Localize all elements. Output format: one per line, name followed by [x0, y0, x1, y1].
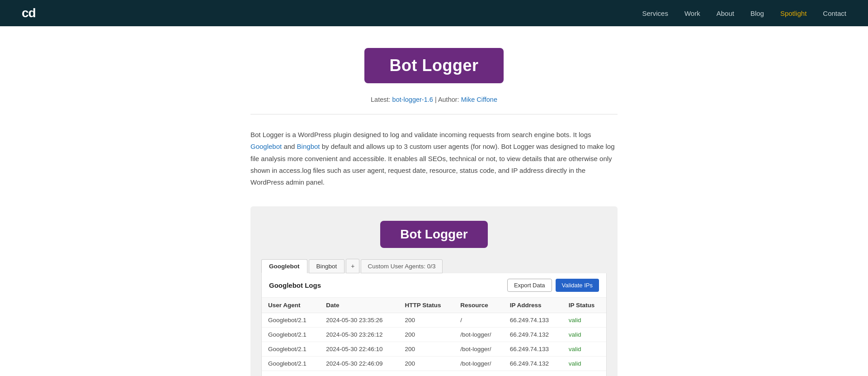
cell-date: 2024-05-30 22:46:10: [320, 342, 398, 357]
hero-badge: Bot Logger: [364, 48, 504, 83]
cell-date: 2024-05-30 22:37:17: [320, 371, 398, 376]
cell-resource: /bot-logger/: [454, 328, 503, 342]
nav-contact[interactable]: Contact: [823, 10, 846, 17]
plugin-preview: Bot Logger Googlebot Bingbot + Custom Us…: [250, 206, 618, 376]
col-ip-status: IP Status: [562, 298, 606, 313]
nav-work[interactable]: Work: [684, 10, 700, 17]
cell-resource: /bot-logger/: [454, 357, 503, 371]
export-button[interactable]: Export Data: [507, 279, 552, 292]
cell-ip-status: valid: [562, 328, 606, 342]
meta-line: Latest: bot-logger-1.6 | Author: Mike Ci…: [250, 96, 618, 103]
table-head: User Agent Date HTTP Status Resource IP …: [262, 298, 606, 313]
table-actions: Export Data Validate IPs: [507, 279, 599, 292]
cell-ip-address: 66.249.74.132: [504, 328, 562, 342]
nav-links: Services Work About Blog Spotlight Conta…: [642, 10, 846, 17]
googlebot-link[interactable]: Googlebot: [250, 143, 282, 150]
preview-badge: Bot Logger: [380, 221, 487, 248]
cell-ip-address: 66.249.74.133: [504, 342, 562, 357]
cell-date: 2024-05-30 23:35:26: [320, 313, 398, 328]
nav-spotlight[interactable]: Spotlight: [780, 10, 807, 17]
logs-table: User Agent Date HTTP Status Resource IP …: [262, 298, 606, 376]
divider: [250, 114, 618, 114]
col-http-status: HTTP Status: [399, 298, 454, 313]
table-body: Googlebot/2.1 2024-05-30 23:35:26 200 / …: [262, 313, 606, 376]
main-content: Bot Logger Latest: bot-logger-1.6 | Auth…: [240, 26, 628, 376]
col-ip-address: IP Address: [504, 298, 562, 313]
hero-badge-container: Bot Logger: [250, 48, 618, 83]
meta-latest-label: Latest:: [371, 96, 391, 103]
tab-add[interactable]: +: [346, 259, 359, 273]
table-title: Googlebot Logs: [269, 281, 321, 289]
table-row: Googlebot/2.1 2024-05-30 23:35:26 200 / …: [262, 313, 606, 328]
nav-logo[interactable]: cd: [22, 6, 36, 20]
cell-ip-status: valid: [562, 357, 606, 371]
table-header: Googlebot Logs Export Data Validate IPs: [262, 273, 606, 298]
cell-resource: /: [454, 371, 503, 376]
cell-ip-address: 66.249.74.133: [504, 313, 562, 328]
cell-date: 2024-05-30 23:26:12: [320, 328, 398, 342]
cell-user-agent: Googlebot/2.1: [262, 342, 320, 357]
cell-ip-status: valid: [562, 371, 606, 376]
meta-author-label: Author:: [438, 96, 459, 103]
cell-ip-address: 66.249.74.132: [504, 357, 562, 371]
nav-services[interactable]: Services: [642, 10, 668, 17]
tab-custom-agents[interactable]: Custom User Agents: 0/3: [361, 259, 442, 273]
cell-date: 2024-05-30 22:46:09: [320, 357, 398, 371]
validate-button[interactable]: Validate IPs: [556, 279, 599, 292]
cell-resource: /: [454, 313, 503, 328]
meta-version-link[interactable]: bot-logger-1.6: [392, 96, 433, 103]
cell-resource: /bot-logger/: [454, 342, 503, 357]
nav-blog[interactable]: Blog: [750, 10, 764, 17]
table-row: Googlebot/2.1 2024-05-30 23:26:12 200 /b…: [262, 328, 606, 342]
cell-ip-status: valid: [562, 313, 606, 328]
tab-googlebot[interactable]: Googlebot: [261, 259, 307, 273]
meta-author-link[interactable]: Mike Ciffone: [461, 96, 497, 103]
bingbot-link[interactable]: Bingbot: [297, 143, 320, 150]
preview-badge-container: Bot Logger: [261, 221, 607, 248]
meta-separator: |: [435, 96, 438, 103]
tab-bingbot[interactable]: Bingbot: [309, 259, 345, 273]
table-area: Googlebot Logs Export Data Validate IPs …: [261, 273, 607, 376]
cell-user-agent: Googlebot/2.1: [262, 313, 320, 328]
navbar: cd Services Work About Blog Spotlight Co…: [0, 0, 868, 26]
plugin-description: Bot Logger is a WordPress plugin designe…: [250, 129, 618, 188]
table-row: Googlebot/2.1 2024-05-30 22:46:09 200 /b…: [262, 357, 606, 371]
cell-user-agent: Googlebot/2.1: [262, 371, 320, 376]
table-row: Googlebot/2.1 2024-05-30 22:37:17 200 / …: [262, 371, 606, 376]
nav-about[interactable]: About: [717, 10, 734, 17]
cell-http-status: 200: [399, 357, 454, 371]
cell-http-status: 200: [399, 328, 454, 342]
tabs-container: Googlebot Bingbot + Custom User Agents: …: [261, 259, 607, 273]
table-row: Googlebot/2.1 2024-05-30 22:46:10 200 /b…: [262, 342, 606, 357]
cell-http-status: 200: [399, 371, 454, 376]
cell-http-status: 200: [399, 342, 454, 357]
cell-ip-status: valid: [562, 342, 606, 357]
col-user-agent: User Agent: [262, 298, 320, 313]
cell-ip-address: 66.249.74.133: [504, 371, 562, 376]
cell-user-agent: Googlebot/2.1: [262, 357, 320, 371]
cell-http-status: 200: [399, 313, 454, 328]
col-resource: Resource: [454, 298, 503, 313]
cell-user-agent: Googlebot/2.1: [262, 328, 320, 342]
col-date: Date: [320, 298, 398, 313]
